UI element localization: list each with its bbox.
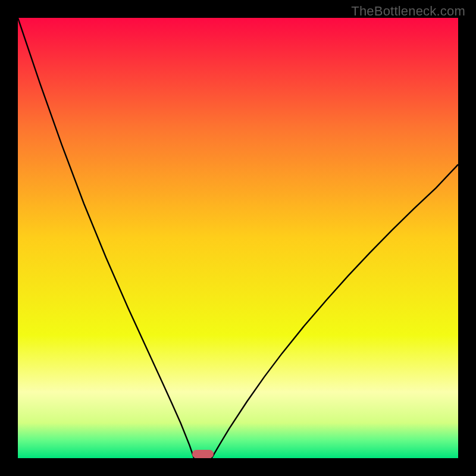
gradient-background	[18, 18, 458, 458]
chart-svg	[18, 18, 458, 458]
chart-outer: TheBottleneck.com	[0, 0, 476, 476]
watermark-text: TheBottleneck.com	[351, 4, 465, 19]
plot-area	[18, 18, 458, 458]
bottleneck-marker	[192, 450, 214, 458]
